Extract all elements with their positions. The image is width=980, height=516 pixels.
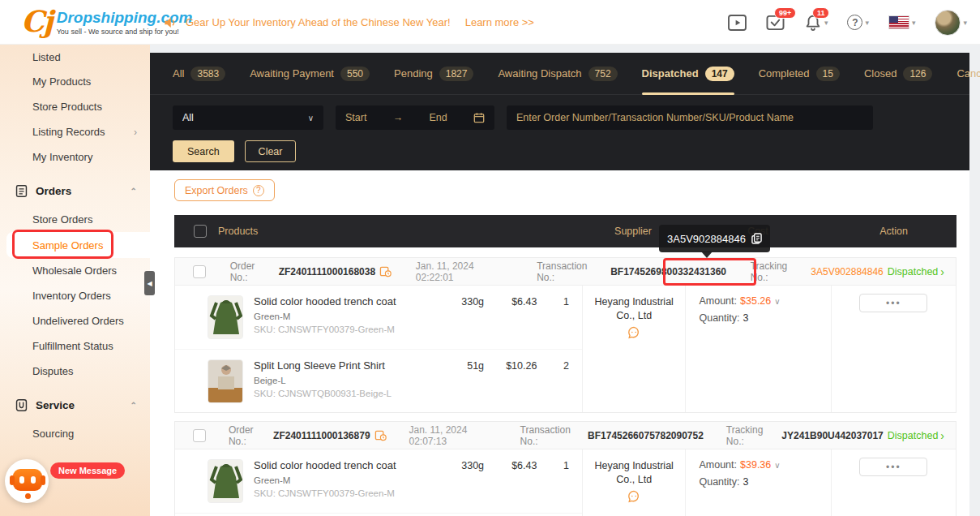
order-header: Order No.: ZF2401111000136879 Jan. 11, 2…	[175, 422, 956, 449]
sidebar-collapse-handle[interactable]: ◀	[144, 271, 155, 295]
sidebar-section-service[interactable]: Service ⌃	[0, 389, 150, 421]
sidebar-item-wholesale-orders[interactable]: Wholesale Orders	[0, 258, 150, 283]
chevron-down-icon: ▾	[824, 19, 828, 27]
sidebar-item-my-inventory[interactable]: My Inventory	[0, 144, 150, 170]
orders-table: Products Supplier Cost Action Order No.:…	[174, 215, 956, 516]
tracking-value[interactable]: 3A5V902884846	[811, 266, 883, 277]
tab-completed[interactable]: Completed15	[759, 53, 840, 95]
help-menu-button[interactable]: ? ▾	[847, 15, 869, 30]
product-row: Split Long Sleeve Print Shirt Beige-L SK…	[175, 349, 582, 412]
tracking-number-tooltip: 3A5V902884846	[659, 225, 770, 252]
announcement-text: Gear Up Your Inventory Ahead of the Chin…	[186, 16, 451, 28]
tracking-label: Tracking No.:	[726, 424, 778, 447]
sidebar-item-store-products[interactable]: Store Products	[0, 94, 150, 119]
tab-count: 550	[340, 67, 370, 81]
order-row: Order No.: ZF2401111000168038 Jan. 11, 2…	[174, 257, 956, 413]
quantity-label: Quantity:	[699, 476, 739, 488]
notifications-button[interactable]: 11 ▾	[804, 14, 828, 32]
tab-awaiting-payment[interactable]: Awaiting Payment550	[250, 53, 370, 95]
range-arrow: →	[393, 112, 404, 123]
chat-supplier-icon[interactable]	[588, 490, 680, 503]
status-tabs: All3583 Awaiting Payment550 Pending1827 …	[150, 53, 969, 95]
order-no-value: ZF2401111000168038	[279, 266, 375, 277]
product-image-green-coat[interactable]	[208, 295, 243, 339]
cj-dropshipping-app: Cj Dropshipping.com You sell - We source…	[0, 0, 980, 516]
col-products: Products	[218, 226, 258, 237]
speaker-icon	[163, 15, 178, 30]
chevron-down-icon[interactable]: ∨	[774, 297, 780, 306]
chevron-up-icon: ⌃	[131, 187, 137, 196]
tab-all[interactable]: All3583	[173, 53, 225, 95]
order-type-select[interactable]: All ∨	[173, 105, 323, 130]
quantity-value: 3	[743, 476, 749, 488]
sidebar-item-fulfillment-status[interactable]: Fulfillment Status	[0, 333, 150, 359]
clear-button[interactable]: Clear	[245, 140, 297, 162]
product-name[interactable]: Solid color hooded trench coat	[254, 459, 434, 471]
product-name[interactable]: Solid color hooded trench coat	[254, 295, 434, 307]
action-cell: •••	[831, 449, 956, 516]
table-header: Products Supplier Cost Action	[174, 215, 956, 247]
chevron-down-icon[interactable]: ∨	[774, 461, 780, 470]
product-name[interactable]: Split Long Sleeve Print Shirt	[254, 359, 434, 372]
sidebar-item-my-products[interactable]: My Products	[0, 69, 150, 94]
sidebar-item-undelivered-orders[interactable]: Undelivered Orders	[0, 308, 150, 333]
chevron-right-icon: ›	[940, 431, 944, 441]
quantity-value: 3	[743, 312, 749, 324]
new-message-badge: New Message	[50, 462, 125, 479]
sidebar-item-listed[interactable]: Listed	[0, 45, 150, 69]
tab-count: 752	[588, 67, 618, 81]
video-tutorial-button[interactable]	[728, 15, 747, 31]
service-icon	[15, 398, 28, 412]
action-cell: •••	[831, 286, 956, 412]
product-image-green-coat[interactable]	[208, 459, 243, 503]
order-date: Jan. 11, 2024 02:22:01	[416, 260, 513, 283]
product-variant: Green-M	[254, 475, 434, 485]
us-flag-icon	[888, 15, 909, 29]
chevron-down-icon: ▾	[963, 19, 967, 27]
cost-cell: Amount: $39.36 ∨ Quantity: 3	[685, 449, 830, 516]
order-status[interactable]: Dispatched ›	[888, 430, 944, 441]
tracking-value[interactable]: JY241B90U442037017	[781, 430, 883, 441]
tab-count: 3583	[190, 67, 225, 81]
sidebar-section-orders[interactable]: Orders ⌃	[0, 174, 150, 207]
sidebar-item-store-orders[interactable]: Store Orders	[0, 207, 150, 232]
export-orders-button[interactable]: Export Orders ?	[174, 179, 275, 201]
sidebar-item-sourcing[interactable]: Sourcing	[0, 421, 150, 446]
order-status[interactable]: Dispatched ›	[888, 266, 944, 277]
product-variant: Green-M	[254, 312, 434, 321]
sidebar-item-sample-orders[interactable]: Sample Orders	[6, 232, 150, 258]
tab-closed[interactable]: Closed126	[864, 53, 933, 95]
product-qty: 1	[537, 295, 582, 342]
sidebar-item-listing-records[interactable]: Listing Records›	[0, 119, 150, 144]
account-menu[interactable]: ▾	[935, 10, 967, 36]
more-actions-button[interactable]: •••	[859, 294, 927, 312]
quantity-label: Quantity:	[699, 312, 739, 324]
order-search-input[interactable]	[507, 105, 873, 130]
tab-canceled[interactable]: Canceled74	[956, 53, 980, 95]
transaction-label: Transaction No.:	[537, 260, 606, 283]
order-checkbox[interactable]	[193, 265, 206, 278]
orders-icon	[15, 184, 28, 198]
tab-awaiting-dispatch[interactable]: Awaiting Dispatch752	[498, 53, 617, 95]
copy-icon[interactable]	[751, 233, 762, 244]
order-checkbox[interactable]	[193, 429, 206, 442]
select-all-checkbox[interactable]	[194, 225, 207, 238]
announcement-learn-more-link[interactable]: Learn more >>	[465, 16, 534, 28]
sidebar-item-disputes[interactable]: Disputes	[0, 359, 150, 384]
robot-icon	[13, 469, 42, 491]
more-actions-button[interactable]: •••	[859, 458, 927, 476]
chat-widget[interactable]: New Message	[5, 456, 126, 510]
tasks-button[interactable]: 99+	[766, 14, 785, 31]
tab-dispatched[interactable]: Dispatched147	[642, 53, 734, 95]
tab-pending[interactable]: Pending1827	[394, 53, 473, 95]
search-button[interactable]: Search	[173, 140, 234, 162]
product-weight: 51g	[434, 359, 484, 406]
product-image-beige-shirt[interactable]	[208, 359, 243, 403]
product-row: Solid color hooded trench coat Green-M S…	[175, 449, 582, 513]
chat-supplier-icon[interactable]	[588, 326, 680, 339]
transaction-label: Transaction No.:	[520, 424, 584, 447]
sidebar-item-inventory-orders[interactable]: Inventory Orders	[0, 283, 150, 308]
date-range-picker[interactable]: Start → End	[336, 105, 494, 130]
product-row-partial	[175, 513, 582, 516]
language-selector[interactable]: ▾	[888, 15, 916, 29]
